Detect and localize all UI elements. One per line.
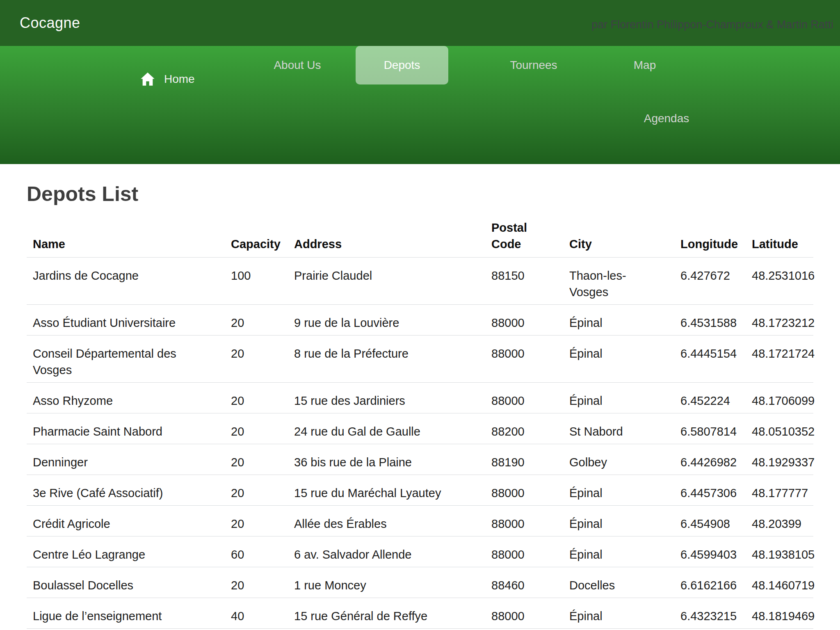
top-header-bar: Cocagne par Florentin Philippon-Champrou… xyxy=(0,0,840,46)
nav-item-home[interactable]: Home xyxy=(139,70,195,89)
table-row: Conseil Départemental des Vosges208 rue … xyxy=(27,336,813,383)
nav-item-depots-active[interactable]: Depots xyxy=(356,46,448,84)
cell-name: Asso Étudiant Universitaire xyxy=(27,305,225,336)
column-header-longitude: Longitude xyxy=(674,219,746,258)
cell-name: 3e Rive (Café Associatif) xyxy=(27,475,225,506)
table-row: Crédit Agricole20Allée des Érables88000É… xyxy=(27,506,813,536)
cell-capacity: 20 xyxy=(225,383,288,413)
nav-item-about-us[interactable]: About Us xyxy=(274,59,321,72)
column-header-latitude: Latitude xyxy=(746,219,813,258)
cell-capacity: 20 xyxy=(225,567,288,598)
cell-city: St Nabord xyxy=(563,413,674,444)
cell-latitude: 48.2531016 xyxy=(746,258,813,305)
cell-name: Ligue de l’enseignement xyxy=(27,598,225,629)
nav-item-map[interactable]: Map xyxy=(634,59,656,72)
cell-capacity: 20 xyxy=(225,506,288,536)
cell-postal: 88000 xyxy=(485,383,563,413)
cell-capacity: 40 xyxy=(225,598,288,629)
cell-capacity: 100 xyxy=(225,258,288,305)
cell-address: 6 av. Salvador Allende xyxy=(288,536,485,567)
cell-longitude: 6.4599403 xyxy=(674,536,746,567)
main-content: Depots List NameCapacityAddressPostal Co… xyxy=(0,181,840,629)
cell-address: 15 rue Général de Reffye xyxy=(288,598,485,629)
nav-item-label: Home xyxy=(164,73,195,86)
table-row: Ligue de l’enseignement4015 rue Général … xyxy=(27,598,813,629)
table-row: Pharmacie Saint Nabord2024 rue du Gal de… xyxy=(27,413,813,444)
cell-latitude: 48.1706099 xyxy=(746,383,813,413)
cell-capacity: 60 xyxy=(225,536,288,567)
cell-latitude: 48.0510352 xyxy=(746,413,813,444)
table-row: Jardins de Cocagne100Prairie Claudel8815… xyxy=(27,258,813,305)
cell-longitude: 6.454908 xyxy=(674,506,746,536)
cell-name: Jardins de Cocagne xyxy=(27,258,225,305)
cell-address: 8 rue de la Préfecture xyxy=(288,336,485,383)
column-header-postal: Postal Code xyxy=(485,219,563,258)
cell-longitude: 6.6162166 xyxy=(674,567,746,598)
cell-longitude: 6.4445154 xyxy=(674,336,746,383)
cell-latitude: 48.1721724 xyxy=(746,336,813,383)
cell-postal: 88000 xyxy=(485,305,563,336)
column-header-address: Address xyxy=(288,219,485,258)
nav-item-agendas[interactable]: Agendas xyxy=(644,112,689,125)
cell-city: Épinal xyxy=(563,336,674,383)
cell-latitude: 48.1929337 xyxy=(746,444,813,475)
cell-name: Asso Rhyzome xyxy=(27,383,225,413)
cell-city: Golbey xyxy=(563,444,674,475)
nav-item-tournees[interactable]: Tournees xyxy=(510,59,557,72)
byline: par Florentin Philippon-Champroux & Mart… xyxy=(591,18,833,31)
cell-postal: 88000 xyxy=(485,598,563,629)
cell-name: Pharmacie Saint Nabord xyxy=(27,413,225,444)
column-header-capacity: Capacity xyxy=(225,219,288,258)
cell-name: Centre Léo Lagrange xyxy=(27,536,225,567)
column-header-city: City xyxy=(563,219,674,258)
cell-longitude: 6.452224 xyxy=(674,383,746,413)
cell-longitude: 6.4426982 xyxy=(674,444,746,475)
home-icon xyxy=(139,71,156,87)
cell-city: Épinal xyxy=(563,506,674,536)
cell-address: Prairie Claudel xyxy=(288,258,485,305)
cell-name: Denninger xyxy=(27,444,225,475)
cell-longitude: 6.5807814 xyxy=(674,413,746,444)
cell-city: Épinal xyxy=(563,536,674,567)
page-title: Depots List xyxy=(27,181,840,207)
table-row: Asso Étudiant Universitaire209 rue de la… xyxy=(27,305,813,336)
cell-latitude: 48.177777 xyxy=(746,475,813,506)
cell-postal: 88190 xyxy=(485,444,563,475)
cell-address: 1 rue Moncey xyxy=(288,567,485,598)
depots-table: NameCapacityAddressPostal CodeCityLongit… xyxy=(27,219,813,629)
table-row: Denninger2036 bis rue de la Plaine88190G… xyxy=(27,444,813,475)
cell-longitude: 6.4457306 xyxy=(674,475,746,506)
cell-postal: 88460 xyxy=(485,567,563,598)
cell-address: 36 bis rue de la Plaine xyxy=(288,444,485,475)
cell-name: Conseil Départemental des Vosges xyxy=(27,336,225,383)
table-header-row: NameCapacityAddressPostal CodeCityLongit… xyxy=(27,219,813,258)
cell-longitude: 6.4323215 xyxy=(674,598,746,629)
cell-city: Épinal xyxy=(563,598,674,629)
cell-latitude: 48.1460719 xyxy=(746,567,813,598)
table-body: Jardins de Cocagne100Prairie Claudel8815… xyxy=(27,258,813,629)
column-header-name: Name xyxy=(27,219,225,258)
cell-postal: 88000 xyxy=(485,536,563,567)
table-row: Centre Léo Lagrange606 av. Salvador Alle… xyxy=(27,536,813,567)
cell-capacity: 20 xyxy=(225,336,288,383)
cell-latitude: 48.1938105 xyxy=(746,536,813,567)
brand-title[interactable]: Cocagne xyxy=(20,14,80,32)
cell-postal: 88000 xyxy=(485,506,563,536)
cell-latitude: 48.20399 xyxy=(746,506,813,536)
table-row: Boulassel Docelles201 rue Moncey88460Doc… xyxy=(27,567,813,598)
cell-city: Épinal xyxy=(563,305,674,336)
cell-name: Boulassel Docelles xyxy=(27,567,225,598)
cell-address: Allée des Érables xyxy=(288,506,485,536)
cell-longitude: 6.427672 xyxy=(674,258,746,305)
cell-city: Épinal xyxy=(563,475,674,506)
cell-name: Crédit Agricole xyxy=(27,506,225,536)
cell-postal: 88150 xyxy=(485,258,563,305)
cell-postal: 88200 xyxy=(485,413,563,444)
table-row: Asso Rhyzome2015 rue des Jardiniers88000… xyxy=(27,383,813,413)
cell-capacity: 20 xyxy=(225,444,288,475)
cell-address: 15 rue des Jardiniers xyxy=(288,383,485,413)
cell-address: 15 rue du Maréchal Lyautey xyxy=(288,475,485,506)
cell-city: Thaon-les-Vosges xyxy=(563,258,674,305)
table-row: 3e Rive (Café Associatif)2015 rue du Mar… xyxy=(27,475,813,506)
cell-capacity: 20 xyxy=(225,413,288,444)
